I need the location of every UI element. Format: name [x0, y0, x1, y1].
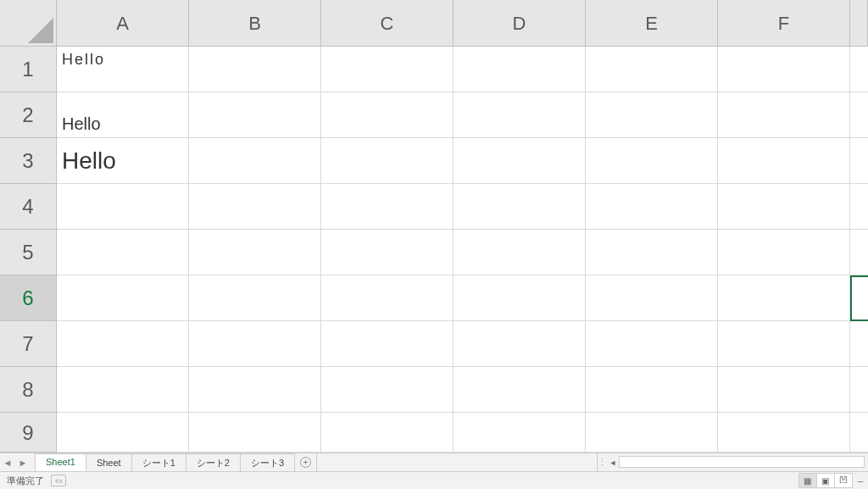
cell-F1[interactable]: [718, 47, 850, 92]
cell-F4[interactable]: [718, 184, 850, 229]
cell-B5[interactable]: [189, 230, 321, 275]
cells-area[interactable]: Hello Hello Hello: [57, 47, 868, 453]
cell-B4[interactable]: [189, 184, 321, 229]
cell-A2[interactable]: Hello: [57, 92, 189, 137]
row-header[interactable]: 9: [0, 413, 56, 453]
sheet-tab[interactable]: シート3: [241, 453, 295, 471]
cell-C7[interactable]: [321, 321, 453, 366]
cell-D3[interactable]: [453, 138, 586, 183]
cell-C8[interactable]: [321, 367, 453, 412]
tab-nav-prev-icon[interactable]: ◄: [0, 453, 15, 471]
cell-E8[interactable]: [586, 367, 718, 412]
cell-F8[interactable]: [718, 367, 850, 412]
cell-F3[interactable]: [718, 138, 850, 183]
cell-A5[interactable]: [57, 230, 189, 275]
plus-icon: +: [300, 457, 311, 468]
add-sheet-button[interactable]: +: [295, 453, 317, 471]
hscroll-left-icon[interactable]: ◄: [607, 453, 619, 471]
tab-split-handle-icon[interactable]: ⋮: [597, 453, 607, 471]
cell-E5[interactable]: [586, 230, 718, 275]
cell-F2[interactable]: [718, 92, 850, 137]
column-header[interactable]: F: [718, 0, 850, 46]
cell-B1[interactable]: [189, 47, 321, 92]
cell-F5[interactable]: [718, 230, 850, 275]
zoom-out-icon[interactable]: –: [853, 475, 868, 486]
row-header[interactable]: 1: [0, 47, 56, 92]
cell-B2[interactable]: [189, 92, 321, 137]
cell-G3[interactable]: [850, 138, 868, 183]
row-header[interactable]: 5: [0, 230, 56, 275]
view-page-break-button[interactable]: 凹: [834, 473, 853, 488]
cell-F6[interactable]: [718, 275, 850, 320]
cell-C3[interactable]: [321, 138, 453, 183]
cell-D7[interactable]: [453, 321, 586, 366]
cell-C6[interactable]: [321, 275, 453, 320]
cell-D2[interactable]: [453, 92, 586, 137]
cell-F7[interactable]: [718, 321, 850, 366]
cell-G2[interactable]: [850, 92, 868, 137]
cell-E7[interactable]: [586, 321, 718, 366]
cell-G5[interactable]: [850, 230, 868, 275]
row-header[interactable]: 8: [0, 367, 56, 413]
cell-A8[interactable]: [57, 367, 189, 412]
cell-D4[interactable]: [453, 184, 586, 229]
cell-G6[interactable]: [850, 275, 868, 320]
cell-E4[interactable]: [586, 184, 718, 229]
macro-record-icon[interactable]: ▭: [51, 475, 66, 486]
cell-F9[interactable]: [718, 413, 850, 452]
cell-A4[interactable]: [57, 184, 189, 229]
cell-C4[interactable]: [321, 184, 453, 229]
column-header[interactable]: C: [321, 0, 453, 46]
cell-D9[interactable]: [453, 413, 586, 452]
cell-A9[interactable]: [57, 413, 189, 452]
cell-D8[interactable]: [453, 367, 586, 412]
cell-C2[interactable]: [321, 92, 453, 137]
row-header[interactable]: 3: [0, 138, 56, 184]
cell-A1[interactable]: Hello: [57, 47, 189, 92]
cell-E9[interactable]: [586, 413, 718, 452]
cell-B3[interactable]: [189, 138, 321, 183]
row-header[interactable]: 4: [0, 184, 56, 230]
row-header[interactable]: 7: [0, 321, 56, 367]
cell-A6[interactable]: [57, 275, 189, 320]
sheet-tab[interactable]: Sheet: [86, 453, 132, 471]
cell-G4[interactable]: [850, 184, 868, 229]
cell-A3[interactable]: Hello: [57, 138, 189, 183]
cell-B6[interactable]: [189, 275, 321, 320]
column-header[interactable]: E: [586, 0, 718, 46]
cell-D6[interactable]: [453, 275, 586, 320]
row-header[interactable]: 6: [0, 275, 56, 321]
cell-C5[interactable]: [321, 230, 453, 275]
cell-G9[interactable]: [850, 413, 868, 452]
view-normal-button[interactable]: ▦: [798, 473, 817, 488]
cell-G1[interactable]: [850, 47, 868, 92]
row-header[interactable]: 2: [0, 92, 56, 138]
cell-G7[interactable]: [850, 321, 868, 366]
select-all-corner[interactable]: [0, 0, 57, 47]
cell-C9[interactable]: [321, 413, 453, 452]
cell-C1[interactable]: [321, 47, 453, 92]
cell-A7[interactable]: [57, 321, 189, 366]
cell-B9[interactable]: [189, 413, 321, 452]
cell-E3[interactable]: [586, 138, 718, 183]
sheet-tab[interactable]: Sheet1: [36, 453, 86, 471]
column-header[interactable]: A: [57, 0, 189, 46]
sheet-tab[interactable]: シート1: [132, 453, 186, 471]
cell-E2[interactable]: [586, 92, 718, 137]
column-header[interactable]: [850, 0, 868, 46]
horizontal-scrollbar[interactable]: [619, 456, 865, 468]
tab-nav-next-icon[interactable]: ►: [15, 453, 31, 471]
view-page-layout-button[interactable]: ▣: [816, 473, 835, 488]
worksheet-grid[interactable]: A B C D E F 1 2 3 4 5 6 7 8 9 Hello Hell…: [0, 0, 868, 453]
cell-D5[interactable]: [453, 230, 586, 275]
cell-D1[interactable]: [453, 47, 586, 92]
cell-B8[interactable]: [189, 367, 321, 412]
cell-G8[interactable]: [850, 367, 868, 412]
column-header[interactable]: B: [189, 0, 321, 46]
cell-E6[interactable]: [586, 275, 718, 320]
status-bar: 準備完了 ▭ ▦ ▣ 凹 –: [0, 471, 868, 489]
column-header[interactable]: D: [453, 0, 586, 46]
cell-E1[interactable]: [586, 47, 718, 92]
sheet-tab[interactable]: シート2: [186, 453, 241, 471]
cell-B7[interactable]: [189, 321, 321, 366]
